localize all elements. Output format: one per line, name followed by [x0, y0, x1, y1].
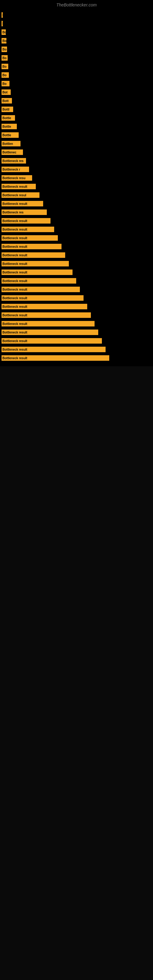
bar-3: Bo — [2, 38, 6, 43]
bar-label-6: Bo — [2, 65, 6, 68]
bar-21: Bottleneck resul — [2, 192, 40, 198]
bar-row: Bottleneck result — [2, 200, 153, 207]
bar-label-15: Bottlen — [2, 142, 13, 145]
bar-27: Bottleneck result — [2, 244, 62, 249]
bar-29: Bottleneck result — [2, 261, 69, 266]
bar-row: Bottleneck r — [2, 166, 153, 173]
bar-7: Bo — [2, 72, 9, 78]
bar-row: Bottl — [2, 106, 153, 113]
bar-row: Bott — [2, 97, 153, 104]
bar-label-1: B — [2, 22, 3, 25]
bar-row: Bottleneck resul — [2, 192, 153, 199]
site-title: TheBottlenecker.com — [0, 0, 153, 9]
bar-row: Bottle — [2, 115, 153, 121]
bar-38: Bottleneck result — [2, 338, 102, 344]
bar-row: Bottleneck result — [2, 235, 153, 241]
bar-label-28: Bottleneck result — [2, 254, 27, 257]
bar-label-14: Bottle — [2, 134, 11, 137]
bar-20: Bottleneck result — [2, 184, 36, 189]
bar-24: Bottleneck result — [2, 218, 51, 224]
bar-row: Bottleneck result — [2, 294, 153, 301]
bar-row: Bottleneck result — [2, 226, 153, 233]
bar-0: B — [2, 12, 3, 18]
bar-label-25: Bottleneck result — [2, 228, 27, 231]
bar-row: Bo — [2, 80, 153, 87]
bar-label-33: Bottleneck result — [2, 296, 27, 300]
bar-8: Bo — [2, 81, 10, 86]
bar-14: Bottle — [2, 132, 19, 138]
bar-row: Bottleneck result — [2, 329, 153, 336]
bar-15: Bottlen — [2, 141, 21, 146]
bar-row: Bo — [2, 54, 153, 61]
bar-label-2: Bo — [2, 30, 6, 34]
bar-row: Bottleneck result — [2, 337, 153, 344]
bar-label-17: Bottleneck res — [2, 159, 24, 162]
bar-label-32: Bottleneck result — [2, 288, 27, 291]
bar-row: Bottleneck res — [2, 158, 153, 164]
bar-label-19: Bottleneck resu — [2, 177, 26, 180]
bar-32: Bottleneck result — [2, 286, 80, 292]
bar-1: B — [2, 21, 3, 26]
bar-4: Bo — [2, 46, 7, 52]
page-container: TheBottlenecker.com BBBoBoBoBoBoBoBoBotB… — [0, 0, 153, 366]
bar-label-38: Bottleneck result — [2, 339, 27, 343]
bar-row: Bot — [2, 89, 153, 95]
bar-label-39: Bottleneck result — [2, 348, 27, 351]
bar-label-3: Bo — [2, 39, 6, 43]
bar-16: Bottlenec — [2, 150, 23, 155]
bar-label-16: Bottlenec — [2, 151, 16, 154]
bar-label-37: Bottleneck result — [2, 331, 27, 334]
bar-label-35: Bottleneck result — [2, 313, 27, 317]
bar-label-27: Bottleneck result — [2, 245, 27, 248]
bar-row: Bottle — [2, 132, 153, 138]
bar-19: Bottleneck resu — [2, 175, 32, 181]
bar-label-26: Bottleneck result — [2, 236, 27, 240]
bar-34: Bottleneck result — [2, 304, 87, 309]
bar-row: Bo — [2, 37, 153, 44]
bar-10: Bott — [2, 98, 12, 103]
bar-row: Bo — [2, 63, 153, 70]
bar-row: Bottlen — [2, 140, 153, 147]
bar-label-36: Bottleneck result — [2, 322, 27, 326]
bar-35: Bottleneck result — [2, 312, 91, 318]
bar-row: Bottleneck result — [2, 277, 153, 284]
bar-row: Bottleneck res — [2, 209, 153, 216]
bar-13: Bottle — [2, 124, 17, 129]
bar-label-18: Bottleneck r — [2, 168, 20, 171]
bar-26: Bottleneck result — [2, 235, 58, 241]
bar-label-13: Bottle — [2, 125, 11, 128]
bar-36: Bottleneck result — [2, 321, 94, 326]
bar-label-31: Bottleneck result — [2, 279, 27, 283]
bar-row: Bottlenec — [2, 149, 153, 156]
bar-row: Bottleneck result — [2, 252, 153, 258]
bar-label-0: B — [2, 13, 3, 17]
bar-label-22: Bottleneck result — [2, 202, 27, 205]
bar-row: Bottleneck result — [2, 303, 153, 310]
bar-label-5: Bo — [2, 56, 6, 60]
bar-25: Bottleneck result — [2, 227, 54, 232]
bar-2: Bo — [2, 29, 6, 35]
bar-9: Bot — [2, 89, 11, 95]
bar-17: Bottleneck res — [2, 158, 26, 164]
bar-row: Bottleneck result — [2, 312, 153, 318]
bar-18: Bottleneck r — [2, 167, 29, 172]
bar-label-24: Bottleneck result — [2, 219, 27, 223]
bar-39: Bottleneck result — [2, 347, 105, 352]
bar-row: Bottleneck result — [2, 355, 153, 361]
bar-label-7: Bo — [2, 73, 6, 77]
bar-label-29: Bottleneck result — [2, 262, 27, 266]
bar-row: Bo — [2, 46, 153, 52]
bar-40: Bottleneck result — [2, 355, 109, 361]
bar-label-21: Bottleneck resul — [2, 194, 26, 197]
bar-row: Bottleneck result — [2, 243, 153, 250]
bar-22: Bottleneck result — [2, 201, 43, 207]
bar-row: Bo — [2, 72, 153, 78]
bar-23: Bottleneck res — [2, 210, 47, 215]
bar-5: Bo — [2, 55, 8, 60]
bar-label-8: Bo — [2, 82, 6, 86]
bar-37: Bottleneck result — [2, 329, 98, 335]
bar-label-23: Bottleneck res — [2, 211, 24, 214]
bar-row: Bottleneck result — [2, 346, 153, 353]
bar-label-4: Bo — [2, 48, 6, 51]
bar-row: Bottleneck resu — [2, 175, 153, 181]
